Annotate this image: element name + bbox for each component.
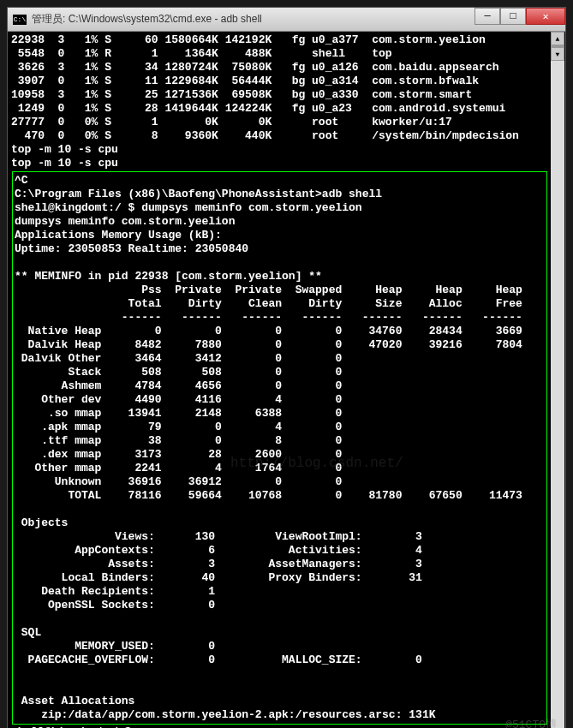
maximize-button[interactable]: □ bbox=[500, 8, 526, 25]
close-button[interactable]: ✕ bbox=[526, 8, 565, 25]
vertical-scrollbar[interactable]: ▲ ▼ bbox=[551, 32, 564, 728]
cmd-window: C:\ 管理员: C:\Windows\system32\cmd.exe - a… bbox=[7, 7, 566, 728]
minimize-button[interactable]: ─ bbox=[475, 8, 500, 25]
top-process-block: 22938 3 1% S 60 1580664K 142192K fg u0_a… bbox=[11, 33, 548, 170]
scroll-up-button[interactable]: ▲ bbox=[551, 32, 564, 45]
terminal-output[interactable]: 22938 3 1% S 60 1580664K 142192K fg u0_a… bbox=[8, 32, 552, 728]
titlebar[interactable]: C:\ 管理员: C:\Windows\system32\cmd.exe - a… bbox=[8, 8, 565, 32]
window-title: 管理员: C:\Windows\system32\cmd.exe - adb s… bbox=[32, 12, 262, 27]
scroll-down-button[interactable]: ▼ bbox=[551, 47, 564, 61]
cmd-icon: C:\ bbox=[13, 15, 27, 25]
meminfo-block: ^C C:\Program Files (x86)\Baofeng\PhoneA… bbox=[12, 171, 547, 725]
